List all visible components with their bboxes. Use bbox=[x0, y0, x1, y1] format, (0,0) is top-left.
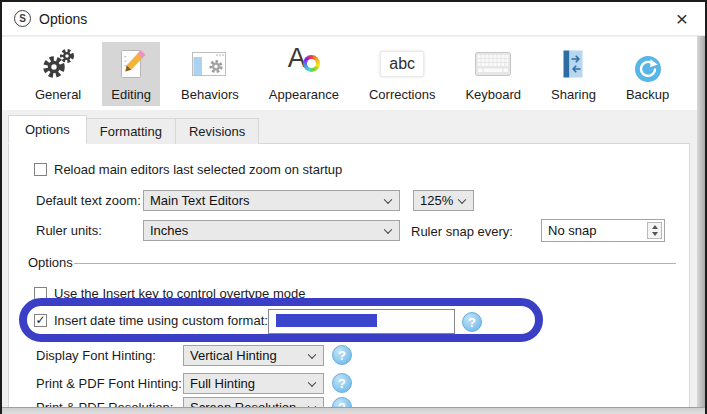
display-font-hinting-select[interactable]: Vertical Hinting bbox=[183, 345, 324, 366]
ruler-units-select[interactable]: Inches bbox=[143, 220, 400, 241]
chevron-down-icon bbox=[308, 350, 316, 358]
chevron-down-icon bbox=[458, 195, 466, 203]
combo-value: Vertical Hinting bbox=[190, 348, 277, 363]
toolbar-item-corrections[interactable]: abc Corrections bbox=[360, 42, 444, 106]
insert-datetime-checkbox-row[interactable]: ✓ Insert date time using custom format: bbox=[34, 313, 268, 328]
abc-icon: abc bbox=[380, 45, 424, 83]
chevron-down-icon bbox=[384, 225, 392, 233]
toolbar-label: Editing bbox=[111, 87, 151, 102]
toolbar-label: Sharing bbox=[551, 87, 596, 102]
default-text-zoom-select[interactable]: Main Text Editors bbox=[143, 190, 400, 211]
ruler-snap-label: Ruler snap every: bbox=[411, 221, 513, 242]
toolbar-item-general[interactable]: General bbox=[26, 42, 90, 106]
spinner-arrows-icon[interactable] bbox=[647, 222, 662, 239]
sharing-book-arrows-icon bbox=[560, 45, 586, 83]
options-group-title: Options bbox=[28, 252, 73, 273]
appearance-a-ring-icon: A bbox=[288, 45, 320, 83]
ruler-units-label: Ruler units: bbox=[36, 220, 102, 241]
print-pdf-font-hinting-label: Print & PDF Font Hinting: bbox=[36, 373, 182, 394]
spinner-value: No snap bbox=[548, 223, 596, 238]
pencil-page-icon bbox=[114, 45, 148, 83]
ruler-snap-spinner[interactable]: No snap bbox=[541, 219, 665, 242]
checkbox-unchecked[interactable] bbox=[34, 287, 47, 300]
gears-icon bbox=[39, 45, 77, 83]
window-gear-icon bbox=[191, 45, 229, 83]
window-edge-right bbox=[697, 36, 705, 414]
checkbox-label: Insert date time using custom format: bbox=[54, 313, 268, 328]
tab-revisions[interactable]: Revisions bbox=[175, 118, 259, 144]
group-divider bbox=[74, 263, 676, 264]
backup-restore-icon bbox=[634, 55, 662, 83]
close-icon[interactable]: × bbox=[669, 6, 695, 32]
toolbar-label: Corrections bbox=[369, 87, 435, 102]
checkbox-unchecked[interactable] bbox=[34, 163, 47, 176]
help-icon[interactable]: ? bbox=[332, 373, 352, 393]
settings-toolbar: General Editing bbox=[2, 37, 705, 110]
toolbar-item-backup[interactable]: Backup bbox=[617, 42, 678, 106]
checkbox-label: Use the Insert key to control overtype m… bbox=[54, 286, 305, 301]
toolbar-item-editing[interactable]: Editing bbox=[102, 42, 160, 106]
toolbar-label: Behaviors bbox=[181, 87, 239, 102]
chevron-down-icon bbox=[308, 378, 316, 386]
text-selection-highlight bbox=[276, 314, 377, 327]
toolbar-label: Keyboard bbox=[465, 87, 521, 102]
toolbar-item-appearance[interactable]: A Appearance bbox=[260, 42, 348, 106]
print-pdf-font-hinting-select[interactable]: Full Hinting bbox=[183, 373, 324, 394]
overtype-checkbox-row[interactable]: Use the Insert key to control overtype m… bbox=[34, 286, 305, 301]
tab-formatting[interactable]: Formatting bbox=[86, 118, 176, 144]
combo-value: Inches bbox=[150, 223, 188, 238]
default-text-zoom-label: Default text zoom: bbox=[36, 190, 141, 211]
toolbar-label: General bbox=[35, 87, 81, 102]
combo-value: 125% bbox=[420, 193, 453, 208]
options-dialog: S Options × General bbox=[0, 0, 707, 414]
insert-datetime-format-input[interactable]: MMddHHms2 bbox=[268, 309, 455, 334]
keyboard-icon bbox=[475, 45, 511, 83]
display-font-hinting-label: Display Font Hinting: bbox=[36, 345, 156, 366]
reload-zoom-checkbox-row[interactable]: Reload main editors last selected zoom o… bbox=[34, 162, 342, 177]
toolbar-item-sharing[interactable]: Sharing bbox=[542, 42, 605, 106]
combo-value: Full Hinting bbox=[190, 376, 255, 391]
help-icon[interactable]: ? bbox=[462, 312, 482, 332]
app-logo-icon: S bbox=[14, 10, 31, 27]
chevron-down-icon bbox=[384, 195, 392, 203]
checkbox-checked[interactable]: ✓ bbox=[34, 314, 47, 327]
toolbar-label: Appearance bbox=[269, 87, 339, 102]
zoom-percent-select[interactable]: 125% bbox=[413, 190, 474, 211]
window-edge-bottom bbox=[2, 407, 705, 414]
tab-bar: Options Formatting Revisions bbox=[8, 115, 259, 144]
window-title: Options bbox=[39, 11, 87, 27]
checkmark-icon: ✓ bbox=[35, 314, 45, 326]
toolbar-label: Backup bbox=[626, 87, 669, 102]
help-icon[interactable]: ? bbox=[332, 345, 352, 365]
toolbar-item-behaviors[interactable]: Behaviors bbox=[172, 42, 248, 106]
tab-options[interactable]: Options bbox=[8, 115, 87, 144]
checkbox-label: Reload main editors last selected zoom o… bbox=[54, 162, 342, 177]
combo-value: Main Text Editors bbox=[150, 193, 249, 208]
title-bar: S Options bbox=[2, 2, 705, 36]
toolbar-item-keyboard[interactable]: Keyboard bbox=[456, 42, 530, 106]
